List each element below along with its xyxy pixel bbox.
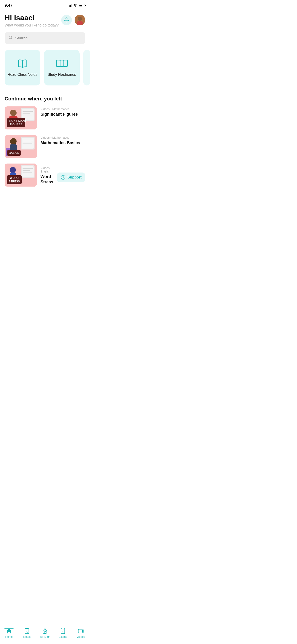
action-label-read-notes: Read Class Notes	[5, 72, 40, 77]
header-right	[61, 15, 85, 25]
svg-point-13	[10, 110, 16, 116]
content-meta-basics: Videos • Mathematics Mathematics Basics	[40, 135, 85, 146]
header: Hi Isaac! What would you like to do toda…	[0, 10, 90, 30]
thumb-label-sig: SignificantFIGURES	[7, 118, 25, 127]
support-label: Support	[68, 175, 82, 180]
svg-point-1	[78, 16, 82, 21]
svg-text:?: ?	[62, 176, 64, 179]
notification-button[interactable]	[61, 15, 72, 25]
svg-point-30	[10, 167, 16, 173]
content-item-significant-figures[interactable]: SignificantFIGURES Videos • Mathematics …	[4, 106, 85, 130]
content-meta-sig: Videos • Mathematics Significant Figures	[40, 106, 85, 117]
content-item-word-stress[interactable]: WORDSTRESS Videos • English Word Stress …	[4, 164, 85, 186]
svg-rect-17	[22, 138, 34, 148]
content-title-basics: Mathematics Basics	[40, 140, 85, 146]
search-icon	[8, 35, 13, 41]
status-time: 9:47	[4, 3, 12, 8]
svg-rect-5	[60, 60, 64, 66]
subtitle-text: What would you like to do today?	[4, 23, 59, 28]
cards-icon	[56, 59, 68, 69]
avatar-image	[74, 15, 85, 25]
wifi-icon	[73, 4, 77, 8]
content-category-basics: Videos • Mathematics	[40, 136, 85, 139]
content-title-sig: Significant Figures	[40, 112, 85, 117]
support-area: ? Support	[57, 168, 85, 182]
thumbnail-significant-figures: SignificantFIGURES	[4, 106, 37, 130]
content-title-word: Word Stress	[40, 174, 53, 185]
search-bar[interactable]	[4, 32, 85, 44]
support-icon: ?	[60, 175, 66, 180]
section-title: Continue where you left	[4, 96, 85, 102]
thumb-label-basics: BASICS	[7, 150, 21, 156]
status-icons	[68, 4, 85, 8]
svg-point-2	[77, 21, 83, 25]
svg-rect-6	[64, 60, 68, 66]
action-card-flashcards[interactable]: Study Flashcards	[44, 50, 80, 86]
action-label-flashcards: Study Flashcards	[45, 72, 78, 77]
section-divider	[0, 91, 90, 91]
content-category-sig: Videos • Mathematics	[40, 107, 85, 111]
action-card-read-notes[interactable]: Read Class Notes	[4, 50, 40, 86]
avatar[interactable]	[74, 15, 85, 25]
content-category-word: Videos • English	[40, 166, 53, 173]
quick-actions: Read Class Notes Study Flashcards	[0, 48, 90, 91]
search-input[interactable]	[15, 36, 82, 40]
battery-icon	[79, 4, 85, 7]
bell-icon	[64, 17, 69, 23]
status-bar: 9:47	[0, 0, 90, 10]
signal-icon	[68, 4, 72, 7]
thumbnail-word-stress: WORDSTRESS	[4, 164, 37, 186]
thumbnail-math-basics: BASICS	[4, 135, 37, 158]
greeting-text: Hi Isaac!	[4, 14, 59, 22]
search-container	[0, 30, 90, 48]
thumb-label-word: WORDSTRESS	[7, 175, 22, 184]
continue-section: Continue where you left	[0, 96, 90, 186]
svg-point-22	[10, 138, 16, 145]
content-meta-word: Videos • English Word Stress	[40, 166, 53, 185]
support-button[interactable]: ? Support	[57, 172, 85, 182]
svg-rect-26	[22, 166, 34, 177]
svg-rect-4	[56, 60, 60, 66]
action-card-partial[interactable]	[83, 50, 90, 86]
content-item-math-basics[interactable]: BASICS Videos • Mathematics Mathematics …	[4, 135, 85, 158]
book-icon	[17, 59, 28, 69]
header-left: Hi Isaac! What would you like to do toda…	[4, 14, 59, 28]
